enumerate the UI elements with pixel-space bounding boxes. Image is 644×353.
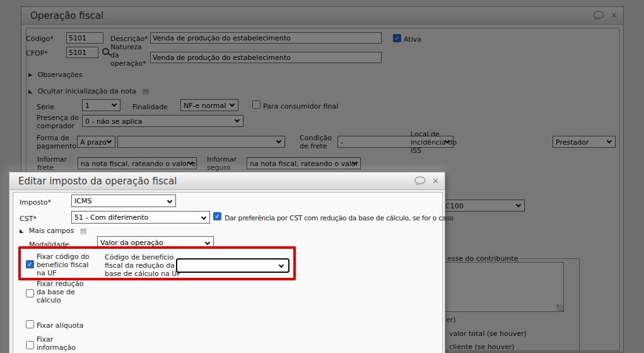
cst-select[interactable]: 51 - Com diferimento [71, 211, 210, 224]
dialog-titlebar[interactable]: Editar imposto da operação fiscal ✕ [9, 172, 445, 190]
mais-campos-label: Mais campos [29, 227, 74, 235]
close-icon[interactable]: ✕ [432, 177, 439, 185]
imposto-label: Imposto* [20, 198, 51, 206]
modalidade-label: Modalidade [29, 241, 69, 249]
dialog-editar-imposto: Editar imposto da operação fiscal ✕ Impo… [9, 172, 445, 353]
chevron-down-icon [167, 198, 172, 203]
chevron-down-icon [205, 240, 210, 245]
codigo-beneficio-label: Código de benefício fiscal da redução da… [105, 253, 181, 278]
triangle-collapse-icon: ◣ [20, 228, 23, 234]
fixar-codigo-beneficio-checkbox[interactable]: ✓ [26, 260, 34, 268]
fixar-reducao-checkbox[interactable] [26, 289, 34, 297]
section-toggle-mais-campos[interactable]: ◣ Mais campos ▤ [20, 227, 86, 235]
fixar-aliquota-checkbox[interactable] [26, 320, 34, 328]
codigo-beneficio-select[interactable] [176, 258, 290, 273]
dialog-title: Editar imposto da operação fiscal [9, 176, 414, 187]
fixar-codigo-beneficio-label: Fixar código do benefício fiscal na UF [37, 253, 90, 277]
cst-label: CST* [20, 215, 37, 223]
checkmark-icon: ✓ [26, 261, 33, 268]
fixar-informacao-checkbox[interactable] [26, 341, 34, 349]
fixar-informacao-label: Fixar informação adicional [37, 335, 76, 353]
imposto-select[interactable]: ICMS [71, 194, 176, 207]
checkmark-icon: ✓ [214, 213, 221, 220]
screen: Operação fiscal ✕ Código* 5101 Descrição… [0, 0, 644, 353]
dar-preferencia-checkbox[interactable]: ✓ [213, 212, 221, 220]
chevron-down-icon [279, 263, 284, 268]
fixar-reducao-label: Fixar redução da base de cálculo [37, 280, 83, 304]
dar-preferencia-label: Dar preferência por CST com redução da b… [225, 214, 454, 222]
comment-bubble-icon[interactable] [414, 176, 426, 186]
modalidade-select[interactable]: Valor da operação [97, 236, 214, 249]
chevron-down-icon [201, 215, 206, 220]
fixar-aliquota-label: Fixar alíquota [37, 321, 83, 330]
note-icon[interactable]: ▤ [80, 227, 86, 235]
